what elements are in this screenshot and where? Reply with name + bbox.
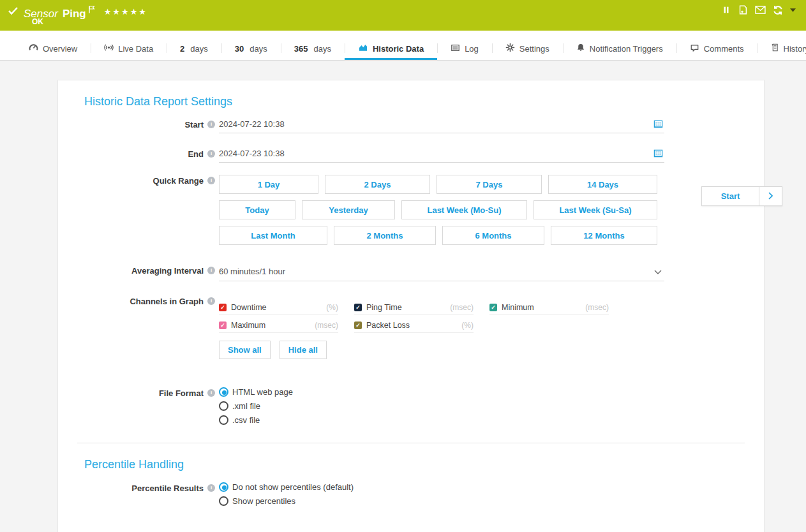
- quick-range-button[interactable]: 12 Months: [551, 226, 657, 245]
- priority-stars[interactable]: ★★★★★: [104, 5, 147, 19]
- quick-range-button[interactable]: Yesterday: [302, 200, 395, 219]
- info-icon[interactable]: [207, 267, 215, 274]
- tab-comments[interactable]: Comments: [676, 39, 757, 60]
- caret-down-icon[interactable]: [790, 8, 796, 12]
- tab-live-data[interactable]: Live Data: [91, 39, 167, 60]
- quick-range-button[interactable]: Today: [219, 200, 295, 219]
- percentile-results-label: Percentile Results: [58, 482, 204, 494]
- channel-checkbox-item[interactable]: Packet Loss (%): [354, 321, 474, 333]
- info-icon[interactable]: [207, 150, 215, 158]
- tab-365-days[interactable]: 365 days: [281, 39, 345, 60]
- percentile-handling-title: Percentile Handling: [84, 457, 764, 471]
- chevron-right-icon: [768, 191, 773, 202]
- info-icon[interactable]: [207, 297, 215, 305]
- channel-checkbox-item[interactable]: Downtime (%): [219, 303, 338, 315]
- channel-checkbox: [354, 304, 362, 311]
- channel-checkbox: [219, 304, 227, 311]
- sensor-status-header: SensorPing★★★★★ OK: [0, 0, 806, 31]
- quick-range-button[interactable]: 2 Months: [334, 226, 436, 245]
- channel-checkbox: [219, 321, 227, 329]
- file-format-option[interactable]: .csv file: [219, 415, 664, 425]
- start-date-value: 2024-07-22 10:38: [219, 119, 285, 129]
- log-icon: [451, 43, 460, 54]
- averaging-interval-row: Averaging Interval 60 minutes/1 hour: [58, 265, 764, 281]
- channels-label: Channels in Graph: [58, 295, 204, 307]
- tab-bar: Overview Live Data 2 days 30 days 365 da…: [0, 31, 806, 61]
- quick-range-label: Quick Range: [58, 175, 204, 186]
- quick-range-button[interactable]: Last Month: [219, 226, 327, 245]
- quick-range-button[interactable]: 14 Days: [548, 175, 657, 194]
- historic-data-settings-card: Historic Data Report Settings Start 2024…: [57, 80, 765, 532]
- end-label: End: [58, 148, 204, 159]
- tab-2-days[interactable]: 2 days: [167, 39, 221, 60]
- quick-range-row: Quick Range 1 Day 2 Days 7 Days 14 Days …: [58, 175, 764, 245]
- radio-icon: [219, 496, 228, 506]
- broadcast-icon: [104, 43, 114, 54]
- report-settings-title: Historic Data Report Settings: [84, 94, 764, 108]
- flag-icon: [89, 3, 95, 17]
- radio-icon: [219, 415, 228, 425]
- pause-icon[interactable]: [722, 5, 731, 15]
- start-label: Start: [58, 119, 204, 130]
- tab-notification-triggers[interactable]: Notification Triggers: [563, 39, 676, 60]
- gear-icon: [505, 43, 515, 54]
- channels-row: Channels in Graph Downtime (%) Ping Time…: [58, 295, 764, 359]
- quick-range-button[interactable]: 2 Days: [325, 175, 430, 194]
- quick-range-button[interactable]: Last Week (Mo-Su): [401, 200, 527, 219]
- quick-range-button[interactable]: Last Week (Su-Sa): [534, 200, 657, 219]
- end-date-value: 2024-07-23 10:38: [219, 149, 285, 158]
- tab-history[interactable]: History: [757, 39, 806, 60]
- start-date-field[interactable]: 2024-07-22 10:38: [219, 119, 664, 133]
- info-icon[interactable]: [207, 121, 215, 128]
- start-report-button[interactable]: Start: [701, 186, 759, 206]
- hide-all-button[interactable]: Hide all: [280, 341, 327, 359]
- sensor-toolbar: [722, 4, 796, 15]
- start-report-panel: Start: [701, 186, 782, 206]
- averaging-interval-select[interactable]: 60 minutes/1 hour: [219, 265, 664, 281]
- quick-range-button[interactable]: 1 Day: [219, 175, 318, 194]
- chevron-down-icon: [654, 265, 662, 277]
- averaging-interval-label: Averaging Interval: [58, 265, 204, 276]
- bell-icon: [576, 43, 585, 54]
- radio-icon: [219, 482, 228, 492]
- channel-list: Downtime (%) Ping Time (msec) Minimum (m…: [219, 295, 664, 333]
- tab-30-days[interactable]: 30 days: [221, 39, 281, 60]
- tab-settings[interactable]: Settings: [492, 39, 563, 60]
- file-format-label: File Format: [58, 387, 204, 399]
- quick-range-button[interactable]: 6 Months: [442, 226, 544, 245]
- refresh-icon[interactable]: [773, 5, 783, 15]
- comment-icon: [690, 43, 699, 54]
- end-date-field[interactable]: 2024-07-23 10:38: [219, 148, 664, 163]
- radio-icon: [219, 387, 228, 397]
- channel-checkbox-item[interactable]: Maximum (msec): [219, 321, 338, 333]
- add-report-icon[interactable]: [738, 4, 748, 15]
- tab-log[interactable]: Log: [437, 39, 492, 60]
- collapse-panel-button[interactable]: [759, 186, 782, 206]
- radio-icon: [219, 401, 228, 411]
- channel-checkbox-item[interactable]: Ping Time (msec): [354, 303, 474, 315]
- info-icon[interactable]: [207, 177, 215, 184]
- channel-checkbox-item[interactable]: Minimum (msec): [489, 303, 609, 315]
- gauge-icon: [29, 43, 38, 54]
- calendar-icon[interactable]: [653, 149, 663, 158]
- info-icon[interactable]: [207, 389, 215, 397]
- check-icon: [8, 6, 18, 17]
- file-format-row: File Format HTML web page .xml file .csv…: [58, 387, 764, 429]
- percentile-option[interactable]: Do not show percentiles (default): [219, 482, 664, 492]
- status-badge: OK: [32, 17, 43, 26]
- email-icon[interactable]: [755, 6, 766, 14]
- show-all-button[interactable]: Show all: [219, 341, 271, 359]
- percentile-option[interactable]: Show percentiles: [219, 496, 664, 506]
- tab-overview[interactable]: Overview: [15, 39, 91, 60]
- section-divider: [77, 443, 745, 443]
- info-icon[interactable]: [207, 484, 215, 492]
- calendar-icon[interactable]: [653, 119, 663, 129]
- history-icon: [771, 43, 779, 54]
- file-format-option[interactable]: HTML web page: [219, 387, 664, 397]
- quick-range-button[interactable]: 7 Days: [437, 175, 542, 194]
- sensor-name: Ping: [63, 8, 86, 20]
- end-row: End 2024-07-23 10:38: [58, 148, 764, 163]
- area-chart-icon: [358, 43, 368, 54]
- tab-historic-data[interactable]: Historic Data: [345, 39, 437, 60]
- file-format-option[interactable]: .xml file: [219, 401, 664, 411]
